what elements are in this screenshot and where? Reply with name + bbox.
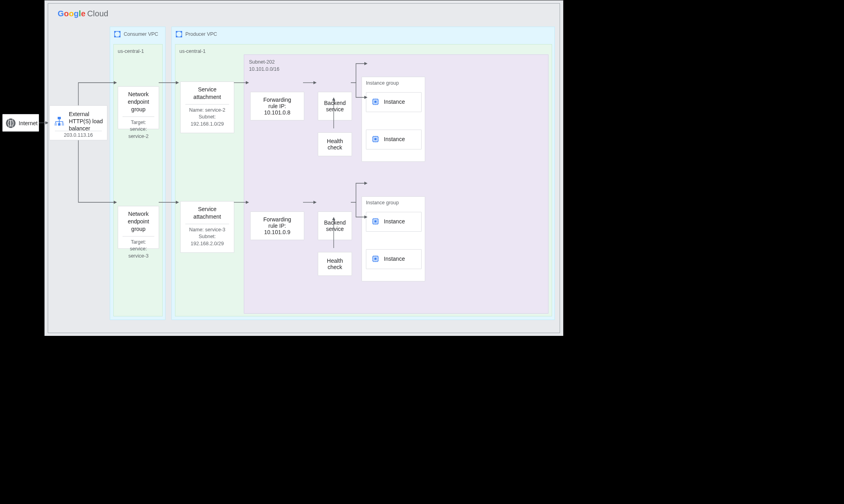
instance-group-2: Instance group Instance Instance [362, 196, 425, 281]
cloud-word: Cloud [87, 9, 108, 18]
neg-1-title: Network endpoint group [122, 91, 155, 113]
svg-rect-11 [374, 101, 377, 103]
svg-rect-3 [114, 36, 116, 37]
instance-1b-label: Instance [384, 136, 405, 142]
sa2-title: Service attachment [185, 205, 230, 221]
svg-rect-2 [119, 31, 121, 33]
hc1-label: Health check [327, 138, 343, 151]
svg-rect-6 [176, 31, 177, 33]
bs1-label: Backend service [324, 100, 346, 112]
sa2-subnet-label: Subnet: [185, 233, 230, 240]
instance-2a-label: Instance [384, 218, 405, 225]
producer-vpc: Producer VPC us-central-1 Service attach… [171, 27, 555, 320]
sa2-name: Name: service-3 [185, 227, 230, 234]
subnet-name: Subnet-202 [249, 59, 548, 66]
neg-2-title: Network endpoint group [122, 210, 155, 233]
neg-2: Network endpoint group Target: service: … [118, 206, 159, 249]
instance-2b: Instance [366, 249, 422, 269]
bs2-label: Backend service [324, 219, 346, 232]
backend-service-2: Backend service [318, 211, 352, 240]
svg-rect-1 [114, 31, 116, 33]
vpc-icon [114, 31, 121, 37]
instance-group-1: Instance group Instance Instance [362, 77, 425, 162]
subnet-202: Subnet-202 10.101.0.0/16 Forwarding rule… [244, 54, 548, 314]
vpc-icon [176, 31, 182, 37]
svg-rect-39 [374, 220, 377, 223]
sa1-subnet-label: Subnet: [185, 114, 230, 121]
load-balancer: External HTTP(S) load balancer 203.0.113… [49, 105, 107, 140]
health-check-2: Health check [318, 252, 352, 276]
diagram-stage: GoogleCloud Consumer VPC us-central-1 Ne… [0, 0, 563, 336]
google-cloud-logo: GoogleCloud [58, 9, 108, 18]
consumer-vpc: Consumer VPC us-central-1 Network endpoi… [110, 27, 165, 320]
subnet-cidr: 10.101.0.0/16 [249, 66, 548, 73]
forwarding-rule-2: Forwarding rule IP: 10.101.0.9 [250, 211, 304, 240]
consumer-region-label: us-central-1 [114, 45, 162, 54]
backend-service-1: Backend service [318, 92, 352, 120]
consumer-region: us-central-1 Network endpoint group Targ… [113, 44, 163, 316]
compute-instance-icon [371, 135, 380, 143]
lb-ip: 203.0.113.16 [64, 132, 93, 139]
producer-vpc-title: Producer VPC [172, 27, 554, 37]
globe-icon [6, 118, 16, 128]
sa1-title: Service attachment [185, 86, 230, 101]
instance-2a: Instance [366, 212, 422, 232]
svg-rect-4 [119, 36, 121, 37]
hc2-label: Health check [327, 258, 343, 270]
service-attachment-2: Service attachment Name: service-3 Subne… [180, 201, 234, 253]
subnet-title: Subnet-202 10.101.0.0/16 [244, 55, 548, 73]
svg-rect-7 [181, 31, 182, 33]
lb-title: External HTTP(S) load balancer [69, 110, 103, 132]
instance-1b: Instance [366, 130, 422, 149]
load-balancer-icon [54, 116, 65, 127]
internet-box: Internet [2, 114, 39, 132]
svg-rect-8 [176, 36, 177, 37]
ig2-title: Instance group [362, 197, 425, 205]
google-cloud-border: GoogleCloud Consumer VPC us-central-1 Ne… [48, 3, 560, 333]
svg-rect-53 [374, 258, 377, 260]
compute-instance-icon [371, 97, 380, 106]
fr2-label: Forwarding rule IP: 10.101.0.9 [263, 216, 291, 235]
sa2-subnet: 192.168.2.0/29 [185, 240, 230, 248]
svg-rect-69 [62, 123, 64, 126]
instance-2b-label: Instance [384, 256, 405, 262]
neg-2-target: Target: service: service-3 [122, 239, 155, 260]
forwarding-rule-1: Forwarding rule IP: 10.101.0.8 [250, 92, 304, 120]
ig1-title: Instance group [362, 77, 425, 86]
svg-rect-67 [54, 123, 57, 126]
internet-label: Internet [19, 120, 37, 126]
consumer-vpc-label: Consumer VPC [124, 31, 158, 37]
instance-1a-label: Instance [384, 99, 405, 105]
svg-rect-68 [58, 123, 60, 126]
fr1-label: Forwarding rule IP: 10.101.0.8 [263, 97, 291, 116]
svg-rect-66 [58, 117, 61, 119]
compute-instance-icon [371, 254, 380, 263]
producer-vpc-label: Producer VPC [185, 31, 217, 37]
svg-rect-9 [181, 36, 182, 37]
consumer-vpc-title: Consumer VPC [110, 27, 165, 37]
producer-region: us-central-1 Service attachment Name: se… [175, 44, 552, 316]
instance-1a: Instance [366, 92, 422, 112]
compute-instance-icon [371, 217, 380, 226]
producer-region-label: us-central-1 [175, 45, 552, 54]
svg-rect-25 [374, 138, 377, 140]
sa1-name: Name: service-2 [185, 107, 230, 114]
health-check-1: Health check [318, 132, 352, 156]
sa1-subnet: 192.168.1.0/29 [185, 121, 230, 128]
neg-1-target: Target: service: service-2 [122, 119, 155, 140]
service-attachment-1: Service attachment Name: service-2 Subne… [180, 81, 234, 133]
neg-1: Network endpoint group Target: service: … [118, 86, 159, 129]
